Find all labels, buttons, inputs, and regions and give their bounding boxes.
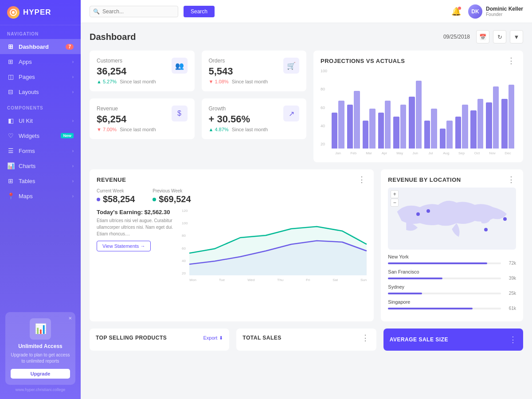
search-button[interactable]: Search [184, 6, 215, 17]
view-statements-button[interactable]: View Statements → [97, 241, 151, 251]
bar-group [347, 91, 360, 149]
export-button[interactable]: Export ⬇ [203, 335, 223, 341]
bar-month-label: Feb [347, 151, 360, 155]
pages-icon: ◫ [7, 73, 14, 80]
sidebar-url: www.hyper.christiani.college [5, 385, 75, 394]
dashboard-title: Dashboard [90, 32, 136, 42]
sidebar-item-forms[interactable]: ☰ Forms › [0, 143, 81, 158]
sidebar-item-label: Apps [19, 59, 68, 65]
notification-button[interactable]: 🔔 [451, 7, 461, 16]
earning-title: Today's Earning: $2,562.30 [97, 209, 176, 215]
stats-col-left: Customers 36,254 ▲ 5.27% Since last mont… [90, 51, 195, 162]
avg-card-header: AVERAGE SALE SIZE ⋮ [390, 335, 517, 344]
bar-group [486, 86, 499, 149]
stat-value: 5,543 [209, 66, 268, 77]
bar-secondary [363, 121, 368, 149]
map-dot-sydney [484, 228, 488, 231]
stat-card-revenue: Revenue $6,254 ▼ 7.00% Since last month … [90, 98, 195, 139]
sidebar-item-layouts[interactable]: ⊟ Layouts › [0, 84, 81, 99]
location-name: New York [388, 254, 516, 259]
avg-more-button[interactable]: ⋮ [509, 335, 517, 344]
projections-chart-body: 100 80 60 40 20 JanFebMarAprMayJunJulAug… [321, 69, 516, 155]
chart-more-button[interactable]: ⋮ [507, 59, 516, 63]
map-title: REVENUE BY LOCATION [388, 176, 461, 183]
sidebar-item-maps[interactable]: 📍 Maps › [0, 188, 81, 203]
search-input[interactable] [90, 6, 178, 17]
bar-primary [431, 109, 437, 149]
purple-dot [97, 198, 100, 201]
nav-section-label: NAVIGATION [0, 25, 81, 39]
location-bar-wrap: 25k [388, 291, 516, 296]
stat-label: Orders [209, 58, 268, 64]
stat-value: 36,254 [97, 66, 156, 77]
stats-col-right: Orders 5,543 ▼ 1.08% Since last month 🛒 … [202, 51, 307, 162]
upgrade-button[interactable]: Upgrade [11, 369, 70, 379]
revenue-icon-box: $ [172, 106, 188, 121]
bar-month-label: Sep [455, 151, 468, 155]
avg-sale-title: AVERAGE SALE SIZE [390, 336, 448, 343]
bar-group [455, 105, 468, 149]
avg-sale-card: AVERAGE SALE SIZE ⋮ [383, 329, 523, 351]
bar-group [424, 109, 437, 149]
bar-primary [509, 85, 514, 149]
stat-info: Customers 36,254 ▲ 5.27% Since last mont… [97, 58, 156, 84]
dashboard-date: 09/25/2018 [443, 34, 470, 40]
zoom-out-button[interactable]: − [391, 199, 399, 207]
stat-card-orders: Orders 5,543 ▼ 1.08% Since last month 🛒 [202, 51, 307, 91]
sidebar-item-dashboard[interactable]: ⊞ Dashboard 7 [0, 39, 81, 54]
avatar: DK [468, 4, 482, 19]
bar-month-label: Jun [409, 151, 422, 155]
topbar-right: 🔔 DK Dominic Keller Founder [451, 4, 523, 19]
upgrade-close-button[interactable]: × [68, 315, 72, 321]
bar-secondary [455, 117, 461, 149]
chevron-icon: › [72, 59, 74, 64]
y-axis: 100 80 60 40 20 [321, 69, 327, 155]
tables-icon: ⊞ [7, 177, 14, 184]
sidebar-item-tables[interactable]: ⊞ Tables › [0, 173, 81, 188]
sidebar-item-apps[interactable]: ⊞ Apps › [0, 54, 81, 69]
user-name-wrap: Dominic Keller Founder [486, 6, 523, 17]
calendar-button[interactable]: 📅 [476, 30, 489, 43]
bar-month-label: May [393, 151, 406, 155]
bar-month-label: Dec [501, 151, 514, 155]
map-more-button[interactable]: ⋮ [507, 178, 516, 182]
location-row-singapore: Singapore 61k [388, 299, 516, 311]
location-name: Singapore [388, 299, 516, 305]
location-bar-fill [388, 262, 487, 264]
stat-card-growth: Growth + 30.56% ▲ 4.87% Since last month… [202, 98, 307, 139]
sidebar-item-pages[interactable]: ◫ Pages › [0, 69, 81, 84]
total-sales-more-button[interactable]: ⋮ [361, 336, 370, 340]
stat-value: + 30.56% [209, 113, 268, 125]
chart-title: PROJECTIONS VS ACTUALS [321, 58, 405, 64]
comp-section-label: COMPONENTS [0, 99, 81, 113]
sidebar-item-widgets[interactable]: ♡ Widgets New [0, 128, 81, 143]
upgrade-desc: Upgrade to plan to get access to unlimit… [11, 352, 70, 364]
chevron-icon: › [72, 118, 74, 123]
location-bar-fill [388, 278, 442, 279]
current-week-label: Current Week [97, 188, 135, 193]
bar-secondary [378, 113, 384, 149]
revenue-header: REVENUE ⋮ [97, 176, 367, 183]
location-value: 39k [505, 276, 516, 281]
zoom-in-button[interactable]: + [391, 190, 399, 198]
dashboard-badge: 7 [66, 44, 74, 50]
chevron-icon: › [72, 164, 74, 168]
stat-change: ▲ 4.87% Since last month [209, 127, 268, 132]
bar-primary [446, 121, 452, 149]
revenue-more-button[interactable]: ⋮ [358, 178, 367, 182]
refresh-button[interactable]: ↻ [493, 30, 506, 43]
bar-secondary [424, 121, 430, 149]
sidebar-item-charts[interactable]: 📊 Charts › [0, 158, 81, 173]
filter-button[interactable]: ▼ [510, 30, 523, 43]
uikit-icon: ◧ [7, 117, 14, 124]
chevron-icon: › [72, 179, 74, 184]
location-bar-wrap: 61k [388, 306, 516, 311]
projections-chart-card: PROJECTIONS VS ACTUALS ⋮ 100 80 60 40 20… [313, 51, 523, 162]
previous-week-value: $69,524 [153, 194, 191, 204]
dashboard-icon: ⊞ [7, 43, 14, 50]
sidebar-item-ui-kit[interactable]: ◧ UI Kit › [0, 113, 81, 128]
brand-name: HYPER [23, 8, 51, 17]
location-row-newyork: New York 72k [388, 254, 516, 266]
bar-primary [477, 99, 483, 149]
sidebar-bottom: × 📊 Unlimited Access Upgrade to plan to … [0, 307, 81, 399]
